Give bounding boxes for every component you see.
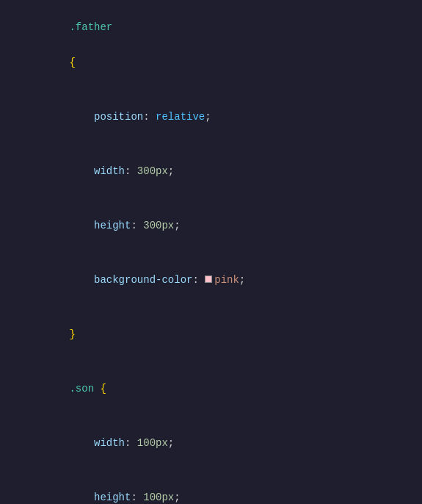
prop-height-2: height bbox=[94, 492, 131, 503]
code-line-1: .father { bbox=[0, 0, 422, 90]
prop-width-1: width bbox=[94, 165, 125, 177]
line-content-3: width: 300px; bbox=[29, 145, 422, 198]
line-content-1: .father { bbox=[29, 1, 422, 89]
selector-father: .father bbox=[69, 21, 112, 33]
brace-open-2: { bbox=[100, 383, 106, 395]
line-content-4: height: 300px; bbox=[29, 199, 422, 252]
code-line-7: .son { bbox=[0, 361, 422, 416]
color-swatch-pink bbox=[205, 276, 212, 283]
prop-width-2: width bbox=[94, 437, 125, 449]
val-300h: 300px bbox=[143, 220, 174, 231]
code-line-3: width: 300px; bbox=[0, 144, 422, 198]
code-line-8: width: 100px; bbox=[0, 416, 422, 470]
code-line-9: height: 100px; bbox=[0, 470, 422, 504]
line-content-5: background-color: pink; bbox=[29, 253, 422, 306]
brace-open-1: { bbox=[69, 57, 75, 68]
val-pink: pink bbox=[214, 274, 239, 286]
code-editor: .father { position: relative; width: 300… bbox=[0, 0, 422, 504]
val-100w: 100px bbox=[137, 437, 168, 449]
code-line-4: height: 300px; bbox=[0, 198, 422, 253]
code-line-2: position: relative; bbox=[0, 90, 422, 144]
prop-height-1: height bbox=[94, 220, 131, 231]
selector-son: .son bbox=[69, 383, 94, 395]
line-content-7: .son { bbox=[29, 362, 422, 415]
line-content-6: } bbox=[29, 308, 422, 361]
val-300w: 300px bbox=[137, 165, 168, 177]
line-content-2: position: relative; bbox=[29, 90, 422, 143]
punct-1 bbox=[69, 39, 75, 51]
code-line-5: background-color: pink; bbox=[0, 253, 422, 307]
code-line-6: } bbox=[0, 307, 422, 361]
prop-position-1: position bbox=[94, 111, 143, 123]
prop-bg-1: background-color bbox=[94, 274, 192, 286]
val-relative: relative bbox=[156, 111, 205, 123]
brace-close-1: } bbox=[69, 328, 75, 340]
val-100h: 100px bbox=[143, 492, 174, 503]
line-content-8: width: 100px; bbox=[29, 417, 422, 469]
line-content-9: height: 100px; bbox=[29, 471, 422, 504]
